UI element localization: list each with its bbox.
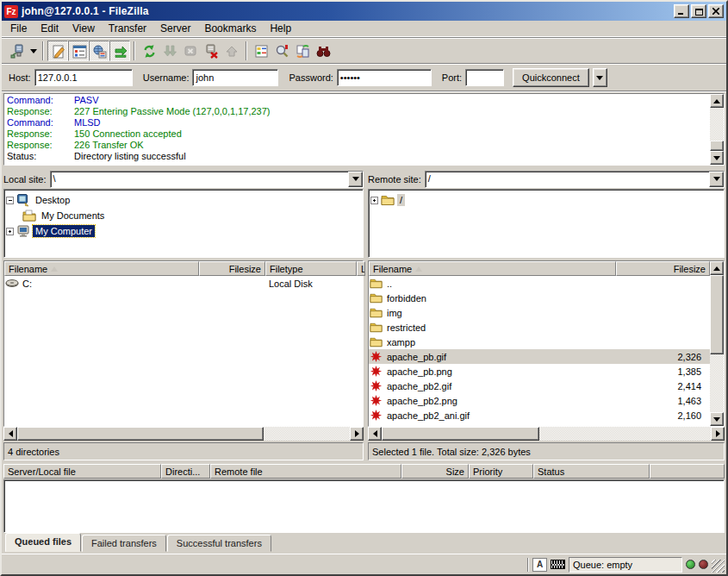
column-filename[interactable]: Filename [369, 261, 616, 276]
scrollbar-thumb[interactable] [382, 427, 539, 441]
remote-file-row[interactable]: img [369, 305, 710, 320]
scroll-right-button[interactable] [350, 427, 364, 441]
scroll-up-button[interactable] [710, 94, 724, 108]
remote-site-dropdown[interactable] [709, 172, 724, 187]
column-status[interactable]: Status [533, 464, 650, 479]
menu-server[interactable]: Server [153, 21, 197, 36]
log-vertical-scrollbar[interactable] [710, 94, 724, 165]
remote-file-row[interactable]: apache_pb2.png 1,463 [369, 393, 710, 408]
column-size[interactable]: Size [401, 464, 469, 479]
scroll-down-button[interactable] [710, 412, 724, 426]
username-input[interactable] [192, 69, 278, 86]
tab-queued-files[interactable]: Queued files [5, 533, 81, 552]
disconnect-button[interactable] [201, 41, 221, 61]
cell-filesize: 1,385 [614, 366, 710, 377]
remote-file-row[interactable]: xampp [369, 335, 710, 349]
remote-file-row[interactable]: restricted [369, 320, 710, 335]
local-site-dropdown[interactable] [348, 172, 363, 187]
scroll-up-button[interactable] [710, 261, 724, 275]
column-priority[interactable]: Priority [469, 464, 533, 479]
toggle-message-log-button[interactable] [47, 41, 68, 61]
toolbar-separator [246, 41, 247, 60]
scroll-left-button[interactable] [368, 427, 382, 441]
scrollbar-track[interactable] [710, 275, 724, 412]
tab-successful-transfers[interactable]: Successful transfers [167, 535, 271, 552]
scroll-right-button[interactable] [711, 427, 725, 441]
scrollbar-track[interactable] [382, 427, 711, 441]
local-status-text: 4 directories [3, 442, 364, 460]
menu-file[interactable]: File [3, 21, 34, 36]
remote-vertical-scrollbar[interactable] [710, 261, 724, 426]
scrollbar-thumb[interactable] [710, 141, 724, 151]
image-file-icon [370, 350, 383, 363]
title-bar[interactable]: Fz john@127.0.0.1 - FileZilla [2, 2, 726, 21]
scroll-left-button[interactable] [3, 427, 17, 441]
reconnect-button[interactable] [221, 41, 242, 61]
find-files-button[interactable] [313, 41, 333, 61]
scroll-down-button[interactable] [710, 151, 724, 165]
menu-edit[interactable]: Edit [34, 21, 65, 36]
collapse-expander-icon[interactable] [6, 197, 14, 204]
remote-site-combobox[interactable]: / [425, 171, 725, 188]
scrollbar-track[interactable] [17, 427, 350, 441]
quickconnect-dropdown[interactable] [593, 68, 607, 87]
remote-site-value[interactable]: / [426, 172, 709, 187]
remote-file-row[interactable]: forbidden [369, 291, 710, 305]
local-file-row[interactable]: C: Local Disk [4, 276, 363, 291]
menu-help[interactable]: Help [263, 21, 298, 36]
column-filename[interactable]: Filename [4, 261, 199, 276]
column-remote-file[interactable]: Remote file [210, 464, 401, 479]
site-manager-button[interactable] [7, 41, 28, 61]
tree-item-desktop[interactable]: Desktop [6, 192, 361, 208]
directory-filters-button[interactable] [251, 41, 271, 61]
remote-file-row[interactable]: apache_pb.png 1,385 [369, 364, 710, 379]
remote-file-row[interactable]: .. [369, 276, 710, 291]
maximize-button[interactable] [691, 4, 706, 18]
tab-failed-transfers[interactable]: Failed transfers [82, 535, 166, 552]
resize-grip[interactable] [712, 560, 725, 573]
expand-expander-icon[interactable] [370, 197, 378, 204]
tree-item-root[interactable]: / [370, 192, 722, 208]
menu-view[interactable]: View [65, 21, 102, 36]
toggle-transfer-queue-button[interactable] [109, 41, 130, 61]
remote-file-row[interactable]: apache_pb2.gif 2,414 [369, 379, 710, 393]
local-horizontal-scrollbar[interactable] [3, 427, 364, 441]
minimize-button[interactable] [674, 4, 689, 18]
menu-bookmarks[interactable]: Bookmarks [197, 21, 263, 36]
scrollbar-thumb[interactable] [17, 427, 264, 441]
tree-item-my-computer[interactable]: My Computer [6, 223, 361, 239]
local-list-body: C: Local Disk [4, 276, 363, 426]
column-filesize[interactable]: Filesize [199, 261, 265, 276]
port-input[interactable] [465, 69, 504, 86]
scroll-down-icon [713, 156, 720, 160]
synchronized-browsing-button[interactable] [292, 41, 313, 61]
remote-file-row[interactable]: apache_pb2_ani.gif 2,160 [369, 408, 710, 423]
toggle-local-tree-button[interactable] [68, 41, 89, 61]
column-direction[interactable]: Directi... [161, 464, 210, 479]
close-button[interactable] [708, 4, 724, 18]
tree-item-my-documents[interactable]: My Documents [6, 208, 361, 223]
host-input[interactable] [34, 69, 133, 86]
process-queue-button[interactable] [159, 41, 180, 61]
remote-horizontal-scrollbar[interactable] [368, 427, 725, 441]
local-site-value[interactable]: \ [51, 172, 348, 187]
expand-expander-icon[interactable] [6, 228, 14, 235]
menu-transfer[interactable]: Transfer [102, 21, 153, 36]
cancel-operation-button[interactable] [180, 41, 201, 61]
password-input[interactable] [337, 69, 432, 86]
chevron-down-icon [352, 177, 359, 181]
local-site-combobox[interactable]: \ [50, 171, 364, 188]
refresh-button[interactable] [139, 41, 159, 61]
column-server-local-file[interactable]: Server/Local file [3, 464, 161, 479]
scrollbar-track[interactable] [710, 108, 724, 151]
column-filesize[interactable]: Filesize [616, 261, 710, 276]
column-filetype[interactable]: Filetype [265, 261, 357, 276]
site-manager-dropdown[interactable] [28, 41, 39, 61]
toggle-remote-tree-button[interactable] [89, 41, 109, 61]
queue-body[interactable] [3, 479, 725, 533]
directory-comparison-button[interactable] [271, 41, 292, 61]
quickconnect-button[interactable]: Quickconnect [513, 68, 589, 87]
scrollbar-thumb[interactable] [710, 275, 724, 354]
remote-file-row-selected[interactable]: apache_pb.gif 2,326 [369, 349, 710, 364]
column-last-modified[interactable]: L [357, 261, 365, 276]
